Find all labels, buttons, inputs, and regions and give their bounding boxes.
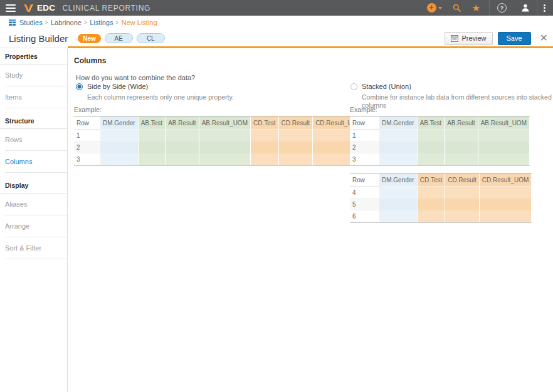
- data-cell: [100, 142, 139, 153]
- breadcrumb: Studies > Labrinone > Listings > New Lis…: [0, 16, 553, 29]
- sidebar-item-arrange[interactable]: Arrange: [5, 215, 67, 237]
- breadcrumb-new-listing: New Listing: [122, 19, 157, 26]
- data-cell: [199, 142, 251, 153]
- user-icon[interactable]: [514, 0, 537, 16]
- plus-glyph: +: [427, 3, 436, 13]
- data-cell: [478, 130, 530, 142]
- data-cell: [445, 187, 480, 199]
- header-row: RowDM.GenderAB.TestAB.ResultAB.Result_UO…: [74, 116, 366, 130]
- column-header-cd-result: CD.Result: [279, 116, 313, 130]
- row-number-cell: 1: [74, 130, 100, 142]
- option-stacked[interactable]: Stacked (Union): [350, 83, 411, 90]
- sidebar-heading-display: Display: [0, 182, 67, 193]
- breadcrumb-separator: >: [115, 19, 118, 26]
- data-cell: [418, 210, 446, 222]
- data-cell: [478, 142, 530, 153]
- breadcrumb-studies[interactable]: Studies: [19, 19, 43, 26]
- breadcrumb-listings[interactable]: Listings: [90, 19, 113, 26]
- option-stacked-label: Stacked (Union): [362, 83, 411, 90]
- option-side-by-side[interactable]: Side by Side (Wide): [76, 83, 148, 90]
- column-header-dm-gender: DM.Gender: [100, 116, 139, 130]
- column-header-cd-result-uom: CD.Result_UOM: [480, 173, 532, 187]
- example-table-stacked-top: RowDM.GenderAB.TestAB.ResultAB.Result_UO…: [350, 116, 530, 166]
- close-icon[interactable]: ✕: [540, 33, 548, 43]
- hamburger-menu-icon[interactable]: [6, 3, 16, 14]
- data-cell: [445, 210, 480, 222]
- data-cell: [279, 153, 313, 165]
- column-header-dm-gender: DM.Gender: [379, 173, 418, 187]
- sidebar-item-rows[interactable]: Rows: [5, 129, 67, 151]
- example-row-6: 6: [350, 210, 532, 222]
- tag-badge-ae: AE: [105, 33, 133, 43]
- data-cell: [445, 199, 480, 210]
- column-header-ab-result: AB.Result: [166, 116, 199, 130]
- combine-question: How do you want to combine the data?: [76, 74, 195, 81]
- radio-stacked[interactable]: [350, 83, 357, 90]
- radio-side-by-side[interactable]: [76, 83, 83, 90]
- option-side-by-side-label: Side by Side (Wide): [87, 83, 148, 90]
- column-header-cd-test: CD.Test: [418, 173, 446, 187]
- data-cell: [139, 130, 166, 142]
- column-header-cd-result: CD.Result: [445, 173, 480, 187]
- column-header-row: Row: [350, 173, 379, 187]
- example-label-wide: Example:: [74, 106, 102, 113]
- data-cell: [480, 187, 532, 199]
- sidebar-navigation: Properties Study Items Structure Rows Co…: [0, 48, 68, 392]
- data-cell: [199, 130, 251, 142]
- data-cell: [166, 153, 199, 165]
- page-title: Listing Builder: [9, 33, 68, 44]
- data-cell: [478, 153, 530, 165]
- example-table-wide: RowDM.GenderAB.TestAB.ResultAB.Result_UO…: [74, 116, 366, 166]
- example-table-slot-wide: RowDM.GenderAB.TestAB.ResultAB.Result_UO…: [74, 116, 366, 166]
- header-actions: Preview Save ✕: [445, 32, 548, 45]
- section-heading: Columns: [74, 56, 106, 65]
- sidebar-item-items[interactable]: Items: [5, 86, 67, 108]
- data-cell: [199, 153, 251, 165]
- data-cell: [251, 153, 279, 165]
- sidebar-item-columns[interactable]: Columns: [5, 151, 67, 173]
- column-header-dm-gender: DM.Gender: [379, 116, 418, 130]
- help-glyph: ?: [497, 3, 507, 13]
- badge-group: New AE CL: [78, 33, 165, 43]
- option-side-by-side-description: Each column represents only one unique p…: [87, 93, 294, 101]
- help-icon[interactable]: ?: [490, 0, 514, 16]
- data-cell: [418, 130, 445, 142]
- data-cell: [480, 210, 532, 222]
- data-cell: [480, 199, 532, 210]
- create-plus-icon[interactable]: +: [422, 0, 447, 16]
- sidebar-item-sort-filter[interactable]: Sort & Filter: [5, 237, 67, 259]
- favorites-star-icon[interactable]: ★: [466, 0, 486, 16]
- topbar-actions: + ★ ?: [422, 0, 553, 16]
- preview-button[interactable]: Preview: [445, 32, 492, 45]
- row-number-cell: 3: [350, 153, 379, 165]
- data-cell: [279, 130, 313, 142]
- data-cell: [379, 142, 418, 153]
- data-cell: [445, 142, 478, 153]
- example-table-slot-stacked-top: RowDM.GenderAB.TestAB.ResultAB.Result_UO…: [350, 116, 530, 166]
- veeva-logo-icon: [23, 4, 34, 13]
- data-cell: [251, 142, 279, 153]
- data-cell: [379, 199, 418, 210]
- search-icon[interactable]: [447, 0, 466, 16]
- studies-grid-icon: [9, 19, 16, 26]
- header-row: RowDM.GenderAB.TestAB.ResultAB.Result_UO…: [350, 116, 530, 130]
- row-number-cell: 6: [350, 210, 379, 222]
- row-number-cell: 5: [350, 199, 379, 210]
- column-header-row: Row: [74, 116, 100, 130]
- data-cell: [166, 142, 199, 153]
- row-number-cell: 2: [74, 142, 100, 153]
- column-header-ab-result-uom: AB.Result_UOM: [199, 116, 251, 130]
- save-button[interactable]: Save: [498, 32, 531, 45]
- tag-badge-cl: CL: [137, 33, 165, 43]
- page-header: Listing Builder New AE CL Preview Save ✕: [0, 29, 553, 47]
- example-row-3: 3: [350, 153, 530, 165]
- sidebar-item-study[interactable]: Study: [5, 64, 67, 86]
- column-header-ab-result-uom: AB.Result_UOM: [478, 116, 530, 130]
- sidebar-item-aliases[interactable]: Aliases: [5, 193, 67, 215]
- kebab-menu-icon[interactable]: [537, 0, 553, 16]
- row-number-cell: 3: [74, 153, 100, 165]
- data-cell: [418, 187, 446, 199]
- data-cell: [166, 130, 199, 142]
- data-cell: [418, 199, 446, 210]
- column-header-ab-test: AB.Test: [139, 116, 166, 130]
